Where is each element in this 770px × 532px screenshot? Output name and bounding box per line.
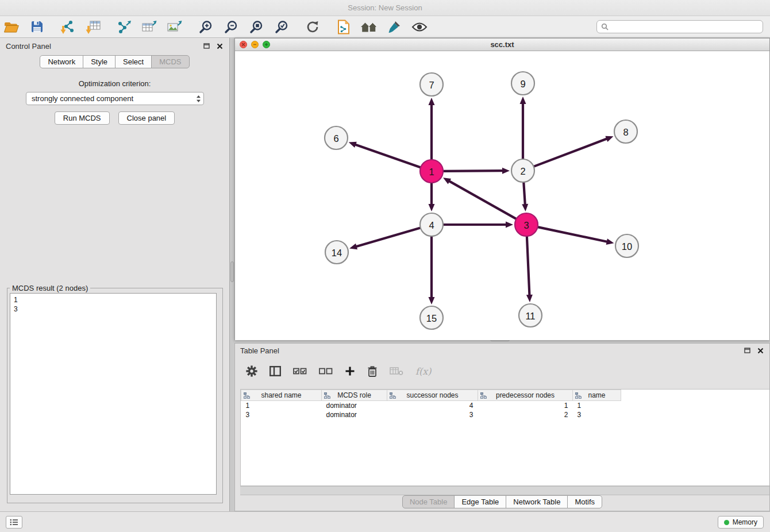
deselect-all-rows-button[interactable] (319, 367, 333, 375)
style-button[interactable] (383, 18, 406, 36)
add-column-button[interactable] (345, 366, 355, 376)
graph-edge-1-6[interactable] (355, 144, 421, 167)
tab-style[interactable]: Style (83, 55, 116, 68)
column-type-icon (575, 392, 582, 399)
optimization-criterion-select[interactable]: strongly connected component (26, 92, 204, 105)
column-header-successor-nodes[interactable]: successor nodes (387, 390, 478, 401)
column-header-mcds-role[interactable]: MCDS role (322, 390, 387, 401)
zoom-selected-icon (275, 20, 288, 34)
graph-node-label: 7 (429, 80, 434, 90)
edge-arrowhead (606, 238, 614, 245)
export-network-button[interactable] (113, 18, 136, 36)
close-panel-button[interactable] (215, 42, 224, 50)
minimize-window-button[interactable] (251, 41, 259, 48)
tab-motifs[interactable]: Motifs (567, 495, 602, 508)
column-header-name[interactable]: name (573, 390, 621, 401)
zoom-out-button[interactable] (220, 18, 242, 36)
graph-edge-4-14[interactable] (356, 228, 421, 247)
column-header-predecessor-nodes[interactable]: predecessor nodes (478, 390, 573, 401)
select-all-rows-button[interactable] (293, 367, 307, 375)
save-session-button[interactable] (25, 18, 48, 36)
function-builder-button[interactable]: f(x) (415, 366, 431, 377)
tab-edge-table[interactable]: Edge Table (454, 495, 506, 508)
graph-node-label: 2 (520, 166, 525, 176)
search-icon (601, 23, 609, 30)
table-row[interactable]: 3dominator323 (241, 410, 621, 419)
control-panel-header: Control Panel (0, 38, 229, 54)
float-window-icon (203, 43, 210, 49)
task-history-button[interactable] (6, 516, 22, 529)
network-canvas[interactable]: 7968124314101511 (235, 51, 769, 340)
export-image-button[interactable] (163, 18, 186, 36)
import-network-button[interactable] (56, 18, 79, 36)
edge-arrowhead (429, 204, 435, 211)
delete-table-button[interactable] (390, 367, 403, 376)
close-glyph-icon (241, 43, 245, 47)
column-header-shared-name[interactable]: shared name (241, 390, 322, 401)
control-panel-tabs: Network Style Select MCDS (0, 55, 229, 68)
search-box[interactable] (596, 20, 763, 33)
search-input[interactable] (611, 23, 759, 31)
column-layout-icon (270, 366, 281, 376)
gear-icon (246, 365, 257, 377)
edge-arrowhead (502, 168, 510, 174)
maximize-window-button[interactable] (263, 41, 270, 48)
mcds-result-value: 3 (14, 304, 213, 314)
refresh-layout-icon (306, 20, 319, 34)
table-toolbar: f(x) (235, 358, 769, 384)
graph-edge-3-11[interactable] (527, 236, 530, 296)
open-session-button[interactable] (0, 18, 23, 36)
vertical-splitter-handle[interactable] (230, 261, 234, 282)
network-graph[interactable]: 7968124314101511 (235, 51, 769, 340)
import-table-button[interactable] (82, 18, 105, 36)
zoom-in-button[interactable] (194, 18, 217, 36)
table-scrollbar-track[interactable] (240, 486, 769, 495)
edge-arrowhead (429, 297, 435, 304)
graph-edge-2-8[interactable] (534, 138, 608, 167)
graph-edge-1-2[interactable] (443, 171, 503, 171)
apply-layout-button[interactable] (301, 18, 324, 36)
tab-network[interactable]: Network (40, 55, 83, 68)
memory-button[interactable]: Memory (718, 516, 764, 529)
tab-select[interactable]: Select (115, 55, 152, 68)
edge-arrowhead (429, 98, 435, 105)
fx-icon: f(x) (415, 366, 431, 377)
homes-icon (360, 21, 378, 33)
close-window-button[interactable] (240, 41, 247, 48)
graph-edge-2-3[interactable] (523, 182, 525, 205)
zoom-in-icon (199, 20, 213, 34)
table-settings-button[interactable] (246, 365, 257, 377)
graph-edge-3-1[interactable] (449, 181, 517, 219)
run-mcds-button[interactable]: Run MCDS (55, 111, 110, 125)
zoom-fit-button[interactable] (245, 18, 268, 36)
list-icon (10, 519, 18, 526)
column-type-icon (480, 392, 487, 399)
unchecked-boxes-icon (319, 367, 333, 375)
home-button[interactable] (357, 18, 380, 36)
mcds-result-list[interactable]: 13 (10, 293, 217, 495)
graphics-details-button[interactable] (408, 18, 431, 36)
zoom-fit-icon (249, 20, 263, 34)
table-row[interactable]: 1dominator411 (241, 401, 621, 410)
close-table-panel-button[interactable] (756, 346, 764, 354)
tab-mcds[interactable]: MCDS (151, 55, 189, 68)
open-folder-icon (3, 20, 20, 34)
delete-column-button[interactable] (367, 365, 378, 377)
tab-node-table[interactable]: Node Table (402, 495, 455, 508)
window-title: Session: New Session (348, 3, 422, 12)
paintbrush-icon (387, 20, 401, 34)
column-type-icon (324, 392, 330, 399)
float-panel-button[interactable] (202, 42, 210, 50)
session-doc-button[interactable] (332, 18, 355, 36)
show-columns-button[interactable] (270, 366, 281, 376)
float-table-panel-button[interactable] (743, 346, 751, 354)
node-table-area: shared nameMCDS rolesuccessor nodesprede… (240, 389, 769, 486)
trash-icon (367, 365, 378, 377)
export-table-button[interactable] (138, 18, 161, 36)
close-mcds-panel-button[interactable]: Close panel (118, 111, 175, 125)
tab-network-table[interactable]: Network Table (506, 495, 568, 508)
zoom-selected-button[interactable] (270, 18, 293, 36)
graph-edge-3-10[interactable] (538, 227, 608, 242)
network-window-titlebar[interactable]: scc.txt (235, 38, 769, 51)
graph-node-label: 15 (426, 313, 437, 323)
